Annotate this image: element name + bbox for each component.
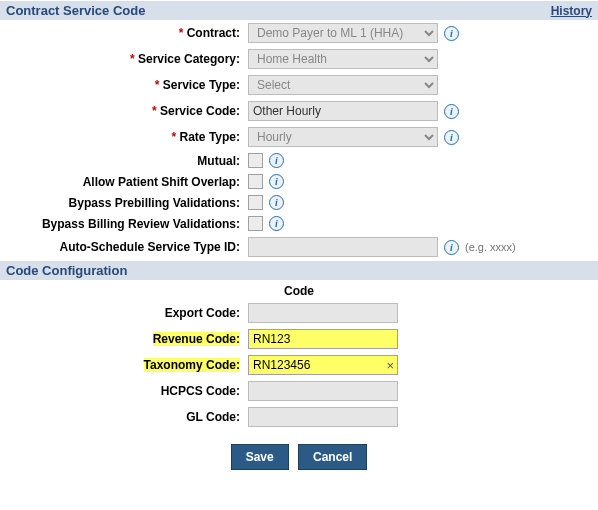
label-service-category: * Service Category:	[0, 46, 244, 72]
section-header-contract-service-code: Contract Service Code History	[0, 0, 598, 20]
info-icon[interactable]: i	[269, 195, 284, 210]
clear-icon[interactable]: ×	[386, 358, 394, 373]
section-header-code-configuration: Code Configuration	[0, 260, 598, 280]
service-category-select: Home Health	[248, 49, 438, 69]
info-icon[interactable]: i	[444, 26, 459, 41]
export-code-input	[248, 303, 398, 323]
rate-type-select: Hourly	[248, 127, 438, 147]
label-allow-overlap: Allow Patient Shift Overlap:	[0, 171, 244, 192]
label-export-code: Export Code:	[0, 300, 244, 326]
info-icon[interactable]: i	[444, 130, 459, 145]
bypass-billing-review-checkbox[interactable]	[248, 216, 263, 231]
section-title-contract: Contract Service Code	[6, 3, 145, 18]
taxonomy-code-input[interactable]	[248, 355, 398, 375]
label-auto-schedule-id: Auto-Schedule Service Type ID:	[0, 234, 244, 260]
label-hcpcs-code: HCPCS Code:	[0, 378, 244, 404]
history-link[interactable]: History	[551, 4, 592, 18]
contract-select: Demo Payer to ML 1 (HHA)	[248, 23, 438, 43]
label-bypass-prebilling: Bypass Prebilling Validations:	[0, 192, 244, 213]
info-icon[interactable]: i	[269, 174, 284, 189]
cancel-button[interactable]: Cancel	[298, 444, 367, 470]
label-service-type: * Service Type:	[0, 72, 244, 98]
label-contract: * Contract:	[0, 20, 244, 46]
hcpcs-code-input	[248, 381, 398, 401]
code-subheader: Code	[0, 280, 598, 300]
save-button[interactable]: Save	[231, 444, 289, 470]
label-revenue-code: Revenue Code:	[0, 326, 244, 352]
info-icon[interactable]: i	[444, 104, 459, 119]
info-icon[interactable]: i	[269, 216, 284, 231]
label-bypass-billing-review: Bypass Billing Review Validations:	[0, 213, 244, 234]
section-title-codeconfig: Code Configuration	[6, 263, 127, 278]
label-rate-type: * Rate Type:	[0, 124, 244, 150]
info-icon[interactable]: i	[269, 153, 284, 168]
auto-schedule-id-hint: (e.g. xxxx)	[465, 241, 516, 253]
auto-schedule-id-input	[248, 237, 438, 257]
label-gl-code: GL Code:	[0, 404, 244, 430]
gl-code-input	[248, 407, 398, 427]
label-service-code: * Service Code:	[0, 98, 244, 124]
info-icon[interactable]: i	[444, 240, 459, 255]
revenue-code-input[interactable]	[248, 329, 398, 349]
service-type-select: Select	[248, 75, 438, 95]
label-mutual: Mutual:	[0, 150, 244, 171]
mutual-checkbox[interactable]	[248, 153, 263, 168]
allow-overlap-checkbox[interactable]	[248, 174, 263, 189]
bypass-prebilling-checkbox[interactable]	[248, 195, 263, 210]
label-taxonomy-code: Taxonomy Code:	[0, 352, 244, 378]
service-code-input	[248, 101, 438, 121]
